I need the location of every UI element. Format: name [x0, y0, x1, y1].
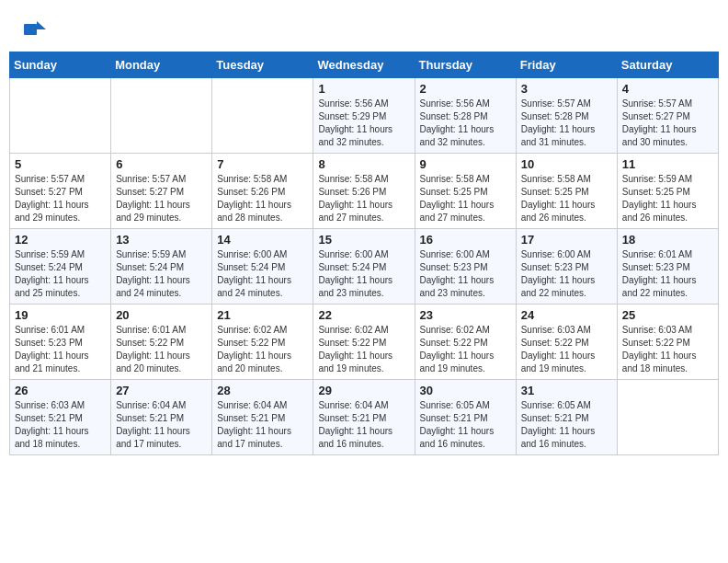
day-of-week-header: Tuesday: [212, 52, 313, 78]
calendar-day-cell: 19Sunrise: 6:01 AM Sunset: 5:23 PM Dayli…: [10, 304, 111, 380]
day-info-text: Sunrise: 5:58 AM Sunset: 5:25 PM Dayligh…: [521, 173, 612, 224]
calendar-day-cell: [10, 78, 111, 154]
day-of-week-header: Thursday: [415, 52, 516, 78]
calendar-day-cell: 27Sunrise: 6:04 AM Sunset: 5:21 PM Dayli…: [111, 380, 212, 455]
day-number: 27: [116, 384, 207, 397]
day-number: 11: [622, 157, 713, 171]
day-info-text: Sunrise: 6:05 AM Sunset: 5:21 PM Dayligh…: [521, 399, 612, 451]
day-number: 8: [318, 157, 409, 171]
day-info-text: Sunrise: 5:59 AM Sunset: 5:25 PM Dayligh…: [622, 173, 713, 224]
page-header: [0, 0, 728, 52]
day-info-text: Sunrise: 5:58 AM Sunset: 5:25 PM Dayligh…: [420, 173, 511, 224]
calendar-week-row: 12Sunrise: 5:59 AM Sunset: 5:24 PM Dayli…: [10, 229, 719, 304]
day-number: 4: [622, 82, 713, 96]
day-number: 3: [521, 82, 612, 96]
calendar-day-cell: 8Sunrise: 5:58 AM Sunset: 5:26 PM Daylig…: [313, 154, 415, 229]
day-info-text: Sunrise: 5:58 AM Sunset: 5:26 PM Dayligh…: [217, 173, 308, 224]
day-info-text: Sunrise: 6:03 AM Sunset: 5:22 PM Dayligh…: [521, 324, 612, 375]
calendar-day-cell: 3Sunrise: 5:57 AM Sunset: 5:28 PM Daylig…: [516, 78, 617, 154]
day-number: 31: [521, 384, 612, 397]
day-of-week-header: Friday: [516, 52, 617, 78]
logo-icon: [22, 17, 48, 42]
day-number: 25: [622, 308, 713, 322]
calendar-day-cell: 25Sunrise: 6:03 AM Sunset: 5:22 PM Dayli…: [617, 304, 718, 380]
calendar-day-cell: 24Sunrise: 6:03 AM Sunset: 5:22 PM Dayli…: [516, 304, 617, 380]
calendar-day-cell: 17Sunrise: 6:00 AM Sunset: 5:23 PM Dayli…: [516, 229, 617, 304]
calendar-day-cell: [212, 78, 313, 154]
day-number: 2: [420, 82, 511, 96]
calendar-week-row: 1Sunrise: 5:56 AM Sunset: 5:29 PM Daylig…: [10, 78, 719, 154]
day-number: 5: [15, 157, 106, 171]
calendar-day-cell: 23Sunrise: 6:02 AM Sunset: 5:22 PM Dayli…: [415, 304, 516, 380]
calendar-day-cell: 29Sunrise: 6:04 AM Sunset: 5:21 PM Dayli…: [313, 380, 415, 455]
calendar-day-cell: 11Sunrise: 5:59 AM Sunset: 5:25 PM Dayli…: [617, 154, 718, 229]
day-info-text: Sunrise: 6:04 AM Sunset: 5:21 PM Dayligh…: [318, 399, 409, 451]
calendar-day-cell: 22Sunrise: 6:02 AM Sunset: 5:22 PM Dayli…: [313, 304, 415, 380]
day-number: 28: [217, 384, 308, 397]
day-number: 18: [622, 233, 713, 247]
day-info-text: Sunrise: 6:01 AM Sunset: 5:22 PM Dayligh…: [116, 324, 207, 375]
calendar-day-cell: 16Sunrise: 6:00 AM Sunset: 5:23 PM Dayli…: [415, 229, 516, 304]
day-info-text: Sunrise: 5:59 AM Sunset: 5:24 PM Dayligh…: [116, 248, 207, 300]
calendar-day-cell: 6Sunrise: 5:57 AM Sunset: 5:27 PM Daylig…: [111, 154, 212, 229]
day-info-text: Sunrise: 6:02 AM Sunset: 5:22 PM Dayligh…: [217, 324, 308, 375]
day-of-week-header: Sunday: [10, 52, 111, 78]
day-number: 24: [521, 308, 612, 322]
day-info-text: Sunrise: 5:58 AM Sunset: 5:26 PM Dayligh…: [318, 173, 409, 224]
calendar-day-cell: 12Sunrise: 5:59 AM Sunset: 5:24 PM Dayli…: [10, 229, 111, 304]
calendar-body: 1Sunrise: 5:56 AM Sunset: 5:29 PM Daylig…: [10, 78, 719, 455]
day-number: 6: [116, 157, 207, 171]
calendar-day-cell: 5Sunrise: 5:57 AM Sunset: 5:27 PM Daylig…: [10, 154, 111, 229]
calendar-day-cell: 18Sunrise: 6:01 AM Sunset: 5:23 PM Dayli…: [617, 229, 718, 304]
day-info-text: Sunrise: 6:00 AM Sunset: 5:23 PM Dayligh…: [420, 248, 511, 300]
day-info-text: Sunrise: 6:00 AM Sunset: 5:24 PM Dayligh…: [217, 248, 308, 300]
svg-marker-1: [37, 21, 46, 29]
calendar-day-cell: 7Sunrise: 5:58 AM Sunset: 5:26 PM Daylig…: [212, 154, 313, 229]
day-number: 30: [420, 384, 511, 397]
day-number: 21: [217, 308, 308, 322]
calendar-day-cell: 28Sunrise: 6:04 AM Sunset: 5:21 PM Dayli…: [212, 380, 313, 455]
day-number: 20: [116, 308, 207, 322]
calendar-week-row: 19Sunrise: 6:01 AM Sunset: 5:23 PM Dayli…: [10, 304, 719, 380]
day-info-text: Sunrise: 6:04 AM Sunset: 5:21 PM Dayligh…: [116, 399, 207, 451]
day-number: 13: [116, 233, 207, 247]
day-number: 19: [15, 308, 106, 322]
calendar-day-cell: 15Sunrise: 6:00 AM Sunset: 5:24 PM Dayli…: [313, 229, 415, 304]
day-number: 1: [318, 82, 409, 96]
day-number: 26: [15, 384, 106, 397]
calendar-day-cell: 26Sunrise: 6:03 AM Sunset: 5:21 PM Dayli…: [10, 380, 111, 455]
day-number: 16: [420, 233, 511, 247]
calendar-day-cell: 9Sunrise: 5:58 AM Sunset: 5:25 PM Daylig…: [415, 154, 516, 229]
day-info-text: Sunrise: 6:04 AM Sunset: 5:21 PM Dayligh…: [217, 399, 308, 451]
day-info-text: Sunrise: 6:01 AM Sunset: 5:23 PM Dayligh…: [15, 324, 106, 375]
calendar-day-cell: 4Sunrise: 5:57 AM Sunset: 5:27 PM Daylig…: [617, 78, 718, 154]
calendar-day-cell: 13Sunrise: 5:59 AM Sunset: 5:24 PM Dayli…: [111, 229, 212, 304]
day-info-text: Sunrise: 5:56 AM Sunset: 5:29 PM Dayligh…: [318, 98, 409, 149]
calendar-day-cell: [111, 78, 212, 154]
day-info-text: Sunrise: 6:01 AM Sunset: 5:23 PM Dayligh…: [622, 248, 713, 300]
calendar-day-cell: 1Sunrise: 5:56 AM Sunset: 5:29 PM Daylig…: [313, 78, 415, 154]
day-of-week-header: Wednesday: [313, 52, 415, 78]
calendar-day-cell: 31Sunrise: 6:05 AM Sunset: 5:21 PM Dayli…: [516, 380, 617, 455]
day-info-text: Sunrise: 5:57 AM Sunset: 5:27 PM Dayligh…: [622, 98, 713, 149]
day-info-text: Sunrise: 5:57 AM Sunset: 5:27 PM Dayligh…: [15, 173, 106, 224]
day-info-text: Sunrise: 6:05 AM Sunset: 5:21 PM Dayligh…: [420, 399, 511, 451]
day-number: 12: [15, 233, 106, 247]
day-number: 9: [420, 157, 511, 171]
calendar-day-cell: 20Sunrise: 6:01 AM Sunset: 5:22 PM Dayli…: [111, 304, 212, 380]
day-info-text: Sunrise: 5:57 AM Sunset: 5:28 PM Dayligh…: [521, 98, 612, 149]
calendar-day-cell: 30Sunrise: 6:05 AM Sunset: 5:21 PM Dayli…: [415, 380, 516, 455]
logo: [22, 17, 50, 42]
day-number: 10: [521, 157, 612, 171]
day-info-text: Sunrise: 6:03 AM Sunset: 5:21 PM Dayligh…: [15, 399, 106, 451]
day-info-text: Sunrise: 6:00 AM Sunset: 5:24 PM Dayligh…: [318, 248, 409, 300]
day-number: 15: [318, 233, 409, 247]
calendar-day-cell: [617, 380, 718, 455]
day-info-text: Sunrise: 6:03 AM Sunset: 5:22 PM Dayligh…: [622, 324, 713, 375]
calendar-table: SundayMondayTuesdayWednesdayThursdayFrid…: [9, 52, 719, 455]
day-info-text: Sunrise: 5:56 AM Sunset: 5:28 PM Dayligh…: [420, 98, 511, 149]
calendar-day-cell: 14Sunrise: 6:00 AM Sunset: 5:24 PM Dayli…: [212, 229, 313, 304]
day-info-text: Sunrise: 6:00 AM Sunset: 5:23 PM Dayligh…: [521, 248, 612, 300]
calendar-day-cell: 10Sunrise: 5:58 AM Sunset: 5:25 PM Dayli…: [516, 154, 617, 229]
day-info-text: Sunrise: 5:57 AM Sunset: 5:27 PM Dayligh…: [116, 173, 207, 224]
